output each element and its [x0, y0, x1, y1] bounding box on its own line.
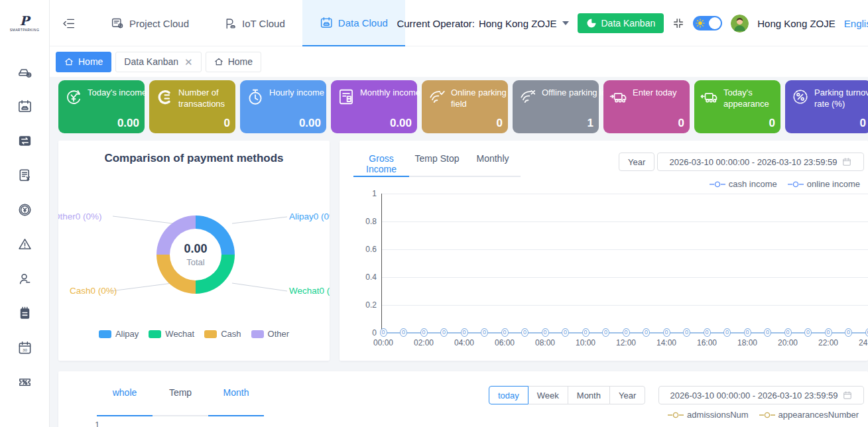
close-icon[interactable]: ✕: [184, 57, 193, 67]
tab-underline: [353, 176, 409, 177]
tab-temp[interactable]: Temp: [153, 387, 208, 398]
range-button-month[interactable]: Month: [568, 386, 610, 404]
income-chart-legend: cash income online income: [710, 179, 860, 189]
data-point: 0: [744, 328, 751, 337]
legend-swatch: [99, 330, 111, 338]
tab-temp-stop[interactable]: Temp Stop: [409, 153, 465, 174]
user-icon: [17, 271, 32, 286]
data-point: 0: [602, 328, 609, 337]
fullscreen-icon[interactable]: [672, 17, 684, 29]
payment-methods-panel: Comparison of payment methods 0.00 Total…: [58, 141, 330, 361]
tag-home[interactable]: Home: [206, 52, 261, 72]
data-point: 0: [420, 328, 428, 337]
stat-card-todays-income: Today's income (¥) 0.00: [58, 80, 145, 133]
truck-in-icon: [609, 88, 628, 106]
tab-month[interactable]: Month: [208, 387, 264, 398]
nav-item-project-cloud[interactable]: Project Cloud: [93, 0, 206, 46]
tab-underline: [208, 415, 264, 416]
income-date-range-picker[interactable]: 2026-03-10 00:00:00 - 2026-03-10 23:59:5…: [657, 152, 864, 171]
legend-item-alipay[interactable]: Alipay: [99, 329, 139, 339]
home-icon: [214, 57, 223, 66]
legend-swatch: [149, 330, 161, 338]
theme-toggle[interactable]: [693, 16, 722, 30]
legend-item-online-income[interactable]: online income: [788, 179, 860, 189]
legend-item-cash[interactable]: Cash: [204, 329, 241, 339]
line-marker-icon: [759, 412, 775, 418]
legend-item-other[interactable]: Other: [251, 329, 290, 339]
sidebar: P SMARTPARKING 30: [0, 0, 50, 427]
range-button-week[interactable]: Week: [528, 386, 568, 404]
avatar[interactable]: [731, 15, 749, 32]
range-button-today[interactable]: today: [489, 386, 528, 404]
tab-monthly[interactable]: Monthly: [465, 153, 521, 174]
nav-item-label: Project Cloud: [129, 18, 189, 29]
y-tick-label: 0.2: [349, 300, 377, 310]
sidebar-item-finance[interactable]: [0, 192, 50, 227]
sidebar-item-billing[interactable]: [0, 158, 50, 192]
x-tick-label: 24:00: [855, 338, 868, 347]
x-tick-label: 14:00: [653, 338, 680, 347]
donut-total-label: Total: [186, 257, 204, 267]
current-operator-dropdown[interactable]: Current Operator: Hong Kong ZOJE: [397, 18, 568, 29]
x-tick-label: 10:00: [572, 338, 599, 347]
data-point: 0: [481, 328, 488, 337]
tag-data-kanban[interactable]: Data Kanban ✕: [115, 52, 201, 72]
sidebar-item-coupons[interactable]: [0, 365, 50, 399]
range-button-year[interactable]: Year: [609, 386, 645, 404]
sidebar-item-vehicle-management[interactable]: [0, 54, 50, 89]
data-point: 0: [582, 328, 589, 337]
invoice-yen-icon: [17, 168, 32, 183]
current-operator-label: Current Operator:: [397, 18, 475, 29]
legend-item-appearances[interactable]: appearancesNumber: [759, 410, 859, 420]
x-tick-label: 22:00: [815, 338, 841, 347]
traffic-date-range-picker[interactable]: 2026-03-10 00:00:00 - 2026-03-10 23:59:5…: [658, 386, 864, 404]
income-chart-panel: Gross Income Temp Stop Monthly Year 2026…: [340, 141, 868, 361]
range-button-year[interactable]: Year: [619, 152, 654, 171]
stat-card-enter-today: Enter today 0: [603, 80, 690, 133]
car-gear-icon: [17, 64, 32, 80]
data-kanban-button[interactable]: Data Kanban: [578, 13, 664, 33]
legend-item-cash-income[interactable]: cash income: [710, 179, 777, 189]
nav-item-iot-cloud[interactable]: IoT Cloud: [206, 0, 302, 46]
sidebar-item-alerts[interactable]: [0, 227, 50, 261]
calendar-30-icon: 30: [17, 340, 32, 355]
collapse-sidebar-icon[interactable]: [62, 17, 76, 30]
stat-card-hourly-income: Hourly income 0.00: [240, 80, 326, 133]
tab-underline: [97, 415, 153, 416]
data-point: 0: [764, 328, 771, 337]
data-point: 0: [542, 328, 549, 337]
line-marker-icon: [710, 181, 725, 188]
username: Hong Kong ZOJE: [757, 18, 836, 29]
stat-card-monthly-income: Monthly income 0.00: [331, 80, 417, 133]
data-point: 0: [663, 328, 670, 337]
logo-brand: SMARTPARKING: [10, 28, 39, 32]
stat-card-transactions: Number of transactions 0: [149, 80, 235, 133]
data-point: 0: [461, 328, 468, 337]
x-tick-label: 02:00: [410, 338, 437, 347]
data-point: 0: [704, 328, 711, 337]
nav-item-label: IoT Cloud: [242, 18, 285, 29]
nav-item-data-cloud[interactable]: Data Cloud: [302, 0, 405, 46]
sidebar-item-in-out[interactable]: [0, 123, 50, 158]
payment-donut-chart[interactable]: 0.00 Total: [156, 215, 235, 294]
top-navbar: Project Cloud IoT Cloud Data Cloud Curre…: [50, 0, 868, 46]
sidebar-item-users[interactable]: [0, 261, 50, 296]
ticket-percent-icon: [17, 375, 32, 390]
sidebar-item-monthly[interactable]: 30: [0, 330, 50, 365]
sidebar-item-vehicle-records[interactable]: [0, 89, 50, 123]
tab-whole[interactable]: whole: [97, 387, 153, 398]
language-switcher[interactable]: English: [844, 18, 868, 29]
project-cloud-icon: [111, 17, 125, 30]
gridline: [381, 194, 868, 194]
tab-gross-income[interactable]: Gross Income: [353, 153, 409, 174]
current-operator-value: Hong Kong ZOJE: [479, 18, 557, 29]
legend-item-wechat[interactable]: Wechat: [149, 329, 194, 339]
sidebar-item-schedule[interactable]: [0, 296, 50, 330]
tag-home-active[interactable]: Home: [56, 52, 111, 72]
legend-item-admissions[interactable]: admissionsNum: [668, 410, 748, 420]
callout-alipay: Alipay0 (0%): [289, 212, 330, 221]
payment-legend: Alipay Wechat Cash Other: [58, 329, 330, 339]
x-tick-label: 00:00: [370, 338, 397, 347]
data-point: 0: [623, 328, 630, 337]
x-tick-label: 16:00: [694, 338, 720, 347]
